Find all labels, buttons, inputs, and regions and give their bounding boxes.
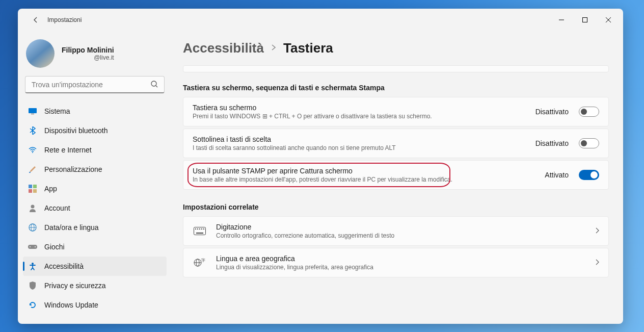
- svg-line-5: [156, 86, 157, 87]
- nav-item-accessibilita[interactable]: Accessibilità: [23, 257, 167, 276]
- svg-rect-11: [33, 185, 37, 188]
- apps-icon: [28, 184, 37, 193]
- nav-item-sistema[interactable]: Sistema: [23, 101, 167, 121]
- settings-window: Impostazioni Filippo Molinini @live.it: [18, 9, 623, 324]
- nav-label: Personalizzazione: [44, 165, 102, 173]
- brush-icon: [28, 165, 37, 174]
- svg-rect-18: [28, 245, 37, 249]
- setting-title: Usa il pulsante STAMP per aprire Cattura…: [193, 167, 535, 175]
- monitor-icon: [28, 107, 37, 116]
- setting-stamp-cattura-schermo: Usa il pulsante STAMP per aprire Cattura…: [183, 160, 609, 190]
- setting-desc: I tasti di scelta saranno sottolineati a…: [193, 144, 526, 151]
- related-desc: Lingua di visualizzazione, lingua prefer…: [216, 264, 586, 271]
- svg-rect-13: [33, 189, 37, 193]
- nav-label: Rete e Internet: [44, 146, 92, 154]
- nav-item-privacy[interactable]: Privacy e sicurezza: [23, 276, 167, 295]
- wifi-icon: [28, 145, 37, 155]
- nav-label: Dispositivi bluetooth: [44, 126, 108, 135]
- globe-icon: [28, 223, 37, 232]
- svg-rect-6: [29, 108, 37, 113]
- accessibility-icon: [28, 262, 37, 271]
- section-title: Impostazioni correlate: [183, 203, 609, 211]
- nav-item-giochi[interactable]: Giochi: [23, 237, 167, 257]
- profile-block[interactable]: Filippo Molinini @live.it: [23, 35, 167, 76]
- shield-icon: [28, 281, 37, 290]
- profile-email: @live.it: [62, 54, 114, 61]
- nav-item-data-ora[interactable]: Data/ora e lingua: [23, 218, 167, 237]
- profile-name: Filippo Molinini: [62, 46, 114, 54]
- svg-rect-24: [197, 228, 198, 229]
- sidebar: Filippo Molinini @live.it Sistema Dispos…: [18, 31, 172, 324]
- nav-list: Sistema Dispositivi bluetooth Rete e Int…: [23, 101, 167, 315]
- window-title: Impostazioni: [47, 16, 82, 23]
- nav-label: Account: [44, 204, 70, 212]
- setting-title: Tastiera su schermo: [193, 104, 526, 112]
- breadcrumb: Accessibilità Tastiera: [183, 40, 609, 56]
- nav-label: Giochi: [44, 243, 65, 251]
- svg-rect-12: [29, 189, 32, 193]
- card-edge: [183, 65, 609, 72]
- nav-item-bluetooth[interactable]: Dispositivi bluetooth: [23, 121, 167, 140]
- nav-item-account[interactable]: Account: [23, 198, 167, 218]
- nav-label: Privacy e sicurezza: [44, 282, 106, 290]
- content-pane: Accessibilità Tastiera Tastiera su scher…: [172, 31, 623, 324]
- svg-point-8: [32, 152, 33, 153]
- update-icon: [28, 300, 37, 310]
- related-lingua[interactable]: 字 Lingua e area geografica Lingua di vis…: [183, 248, 609, 277]
- section-title: Tastiera su schermo, sequenza di tasti e…: [183, 84, 609, 92]
- related-digitazione[interactable]: Digitazione Controllo ortografico, corre…: [183, 216, 609, 246]
- setting-desc: Premi il tasto WINDOWS ⊞ + CTRL + O per …: [193, 113, 526, 120]
- setting-status: Disattivato: [535, 139, 569, 147]
- search-icon: [150, 80, 158, 90]
- svg-rect-23: [195, 228, 196, 229]
- nav-item-app[interactable]: App: [23, 179, 167, 198]
- svg-rect-22: [194, 227, 206, 235]
- keyboard-icon: [193, 227, 207, 235]
- svg-point-19: [30, 246, 31, 247]
- nav-item-windows-update[interactable]: Windows Update: [23, 295, 167, 315]
- setting-desc: In base alle altre impostazioni dell'app…: [193, 176, 535, 183]
- minimize-button[interactable]: [550, 12, 573, 28]
- titlebar: Impostazioni: [18, 9, 623, 31]
- setting-tastiera-su-schermo: Tastiera su schermo Premi il tasto WINDO…: [183, 97, 609, 126]
- related-desc: Controllo ortografico, correzione automa…: [216, 232, 586, 239]
- svg-rect-25: [199, 228, 200, 229]
- svg-rect-1: [583, 18, 587, 22]
- search-input[interactable]: [25, 76, 165, 93]
- chevron-right-icon: [595, 258, 599, 267]
- close-button[interactable]: [597, 12, 620, 28]
- nav-label: Sistema: [44, 107, 70, 115]
- svg-point-14: [31, 205, 35, 209]
- nav-label: Data/ora e lingua: [44, 223, 99, 232]
- avatar: [26, 39, 55, 68]
- nav-item-personalizzazione[interactable]: Personalizzazione: [23, 160, 167, 179]
- back-button[interactable]: [27, 11, 44, 29]
- svg-point-20: [35, 246, 36, 247]
- toggle-tastiera-su-schermo[interactable]: [579, 107, 599, 117]
- nav-item-rete[interactable]: Rete e Internet: [23, 140, 167, 160]
- svg-rect-27: [203, 228, 204, 229]
- breadcrumb-parent[interactable]: Accessibilità: [183, 40, 264, 56]
- svg-rect-10: [29, 185, 32, 188]
- maximize-button[interactable]: [573, 12, 597, 28]
- svg-rect-28: [196, 233, 203, 234]
- nav-label: App: [44, 185, 57, 193]
- chevron-right-icon: [271, 44, 276, 53]
- nav-label: Accessibilità: [44, 262, 84, 270]
- svg-rect-7: [31, 114, 34, 114]
- related-title: Digitazione: [216, 223, 586, 231]
- person-icon: [28, 203, 37, 213]
- toggle-sottolinea-tasti[interactable]: [579, 138, 599, 148]
- svg-point-4: [151, 81, 156, 86]
- chevron-right-icon: [595, 226, 599, 236]
- svg-point-21: [32, 263, 34, 265]
- svg-rect-26: [201, 228, 202, 229]
- related-title: Lingua e area geografica: [216, 254, 586, 263]
- setting-sottolinea-tasti: Sottolinea i tasti di scelta I tasti di …: [183, 129, 609, 158]
- toggle-stamp-cattura[interactable]: [579, 170, 599, 180]
- language-icon: 字: [193, 258, 207, 268]
- svg-rect-9: [29, 172, 31, 173]
- breadcrumb-current: Tastiera: [283, 40, 333, 56]
- nav-label: Windows Update: [44, 301, 98, 309]
- gamepad-icon: [28, 242, 37, 251]
